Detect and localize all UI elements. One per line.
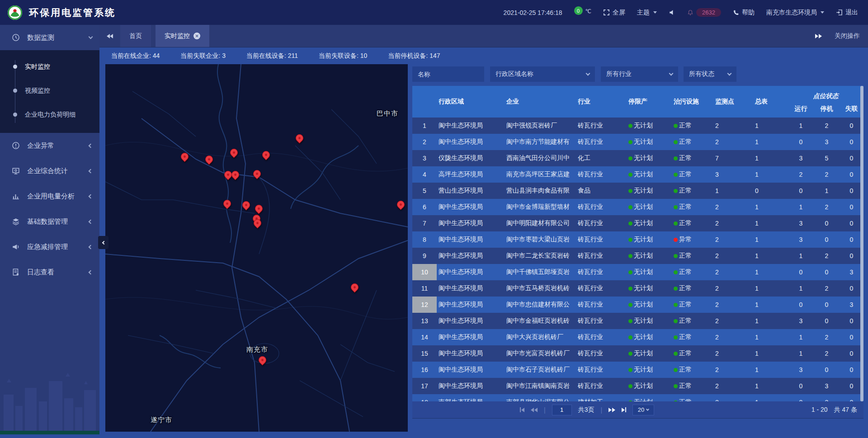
cell-company: 阆中市石子页岩机砖厂 xyxy=(505,366,576,374)
table-row[interactable]: 11阆中生态环境局阆中市五马桥页岩机砖砖瓦行业无计划正常21120 xyxy=(412,280,863,297)
cell-region: 阆中生态环境局 xyxy=(437,203,505,211)
table-row[interactable]: 13阆中生态环境局阆中市金福旺页岩机砖砖瓦行业无计划正常21300 xyxy=(412,313,863,329)
table-row[interactable]: 14阆中生态环境局阆中大兴页岩机砖厂砖瓦行业无计划正常21120 xyxy=(412,329,863,345)
temperature-badge: 0 ℃ xyxy=(574,10,591,15)
name-search-input[interactable] xyxy=(412,71,484,78)
tabbar-right-controls: 关闭操作 xyxy=(815,25,868,47)
stat-item: 当前在线企业: 44 xyxy=(111,52,160,60)
cell-monitor: 2 xyxy=(713,236,753,243)
cell-monitor: 3 xyxy=(713,171,753,178)
last-page-button[interactable] xyxy=(622,407,626,412)
notification-badge[interactable]: 2632 xyxy=(687,8,721,17)
status-dot-icon xyxy=(674,368,678,372)
tab-realtime-monitor[interactable]: 实时监控 × xyxy=(156,25,209,47)
cell-company: 西南油气田分公司川中 xyxy=(505,154,576,162)
page-size-select[interactable]: 20 xyxy=(632,405,654,415)
cell-stop: 无计划 xyxy=(627,349,672,358)
facility-status-label: 正常 xyxy=(679,366,692,373)
sidebar-item-0[interactable]: 数据监测 xyxy=(0,25,99,50)
table-row[interactable]: 6阆中生态环境局阆中市金博瑞新型墙材砖瓦行业无计划正常21120 xyxy=(412,199,863,215)
first-page-button[interactable] xyxy=(520,407,524,412)
chevron-left-icon xyxy=(89,143,93,148)
cell-index: 3 xyxy=(412,155,437,162)
table-row[interactable]: 1阆中生态环境局阆中强锐页岩砖厂砖瓦行业无计划正常21120 xyxy=(412,118,863,134)
sidebar-item-label: 企业综合统计 xyxy=(27,167,89,175)
sidebar-item-4[interactable]: 基础数据管理 xyxy=(0,209,99,234)
table-row[interactable]: 10阆中生态环境局阆中千佛镇五郎垭页岩砖瓦行业无计划正常21003 xyxy=(412,264,863,280)
pager-controls: | 共3页 | 20 xyxy=(520,405,654,415)
status-select[interactable]: 所有状态 xyxy=(684,66,736,82)
chevron-left-icon xyxy=(89,270,93,274)
facility-status-label: 正常 xyxy=(679,284,692,292)
cell-stop: 无计划 xyxy=(627,219,672,227)
page-number-input[interactable] xyxy=(552,405,572,415)
org-menu-button[interactable]: 南充市生态环境局 xyxy=(766,9,824,17)
cell-industry: 砖瓦行业 xyxy=(576,170,627,179)
mute-speaker-button[interactable] xyxy=(669,9,675,16)
theme-menu-button[interactable]: 主题 xyxy=(637,9,657,17)
close-operations-button[interactable]: 关闭操作 xyxy=(835,32,860,40)
region-select[interactable]: 行政区域名称 xyxy=(490,66,595,82)
table-row[interactable]: 4高坪生态环境局南充市高坪区王家店建砖瓦行业无计划正常31220 xyxy=(412,166,863,183)
industry-select[interactable]: 所有行业 xyxy=(601,66,678,82)
cell-company: 阆中市南方节能建材有 xyxy=(505,138,576,146)
status-dot-icon xyxy=(674,335,678,339)
cell-facility: 正常 xyxy=(672,122,713,130)
sidebar-item-3[interactable]: 企业用电量分析 xyxy=(0,184,99,209)
cell-facility: 异常 xyxy=(672,235,713,244)
cell-company: 南部县砌华山泥有限公 xyxy=(505,398,576,401)
table-row[interactable]: 7阆中生态环境局阆中明阳建材有限公司砖瓦行业无计划正常21300 xyxy=(412,215,863,231)
table-row[interactable]: 18南部生态环境局南部县砌华山泥有限公建材加工无计划正常21030 xyxy=(412,394,863,401)
cell-region: 阆中生态环境局 xyxy=(437,235,505,244)
cell-industry: 砖瓦行业 xyxy=(576,235,627,244)
next-page-button[interactable] xyxy=(609,408,615,412)
stat-label: 当前在线设备: xyxy=(246,52,288,59)
stop-status-label: 无计划 xyxy=(634,382,653,389)
cell-region: 阆中生态环境局 xyxy=(437,122,505,130)
sidebar-subitem-power-load[interactable]: 企业电力负荷明细 xyxy=(0,103,99,127)
tabs-scroll-left-button[interactable] xyxy=(99,25,120,47)
facility-status-label: 正常 xyxy=(679,219,692,226)
sidebar-item-1[interactable]: 企业异常 xyxy=(0,133,99,158)
help-button[interactable]: 帮助 xyxy=(733,9,755,17)
cell-company: 阆中市江南镇阆南页岩 xyxy=(505,382,576,390)
table-row[interactable]: 8阆中生态环境局阆中市枣碧大梁山页岩砖瓦行业无计划异常21300 xyxy=(412,231,863,248)
fullscreen-button[interactable]: 全屏 xyxy=(603,9,625,17)
cell-meter: 1 xyxy=(753,138,788,146)
tab-home[interactable]: 首页 xyxy=(120,25,151,47)
fullscreen-icon xyxy=(603,9,610,16)
logout-button[interactable]: 退出 xyxy=(836,9,858,17)
table-row[interactable]: 15阆中生态环境局阆中市光富页岩机砖厂砖瓦行业无计划正常21120 xyxy=(412,345,863,362)
stop-status-label: 无计划 xyxy=(634,284,653,292)
stat-label: 当前失联企业: xyxy=(180,52,222,59)
tabs-scroll-right-button[interactable] xyxy=(815,34,822,38)
chevron-left-icon xyxy=(89,219,93,224)
sidebar-collapse-button[interactable] xyxy=(98,236,108,249)
prev-page-button[interactable] xyxy=(531,408,538,412)
sidebar-item-6[interactable]: 日志查看 xyxy=(0,259,99,285)
cell-monitor: 7 xyxy=(713,155,753,162)
sidebar-subitem-video[interactable]: 视频监控 xyxy=(0,79,99,103)
table-row[interactable]: 5营山生态环境局营山县润丰肉食品有限食品无计划正常10010 xyxy=(412,183,863,199)
table-scrollbar[interactable] xyxy=(860,86,863,401)
sidebar-item-5[interactable]: 应急减排管理 xyxy=(0,234,99,259)
cell-halt: 2 xyxy=(814,350,840,357)
chevron-down-icon xyxy=(586,71,590,75)
sidebar-subitem-realtime[interactable]: 实时监控 xyxy=(0,55,99,79)
status-dot-icon xyxy=(628,221,632,226)
sidebar-item-2[interactable]: 企业综合统计 xyxy=(0,158,99,184)
close-tab-icon[interactable]: × xyxy=(193,33,200,39)
table-row[interactable]: 3仪陇生态环境局西南油气田分公司川中化工无计划正常71350 xyxy=(412,150,863,166)
map-canvas[interactable]: 巴中市南充市遂宁市 xyxy=(105,64,408,432)
cell-halt: 0 xyxy=(814,301,840,308)
bullet-dot-icon xyxy=(13,89,17,93)
table-row[interactable]: 17阆中生态环境局阆中市江南镇阆南页岩砖瓦行业无计划正常21030 xyxy=(412,378,863,394)
cell-monitor: 2 xyxy=(713,252,753,259)
cell-company: 阆中大兴页岩机砖厂 xyxy=(505,333,576,341)
status-dot-icon xyxy=(628,335,632,339)
table-row[interactable]: 16阆中生态环境局阆中市石子页岩机砖厂砖瓦行业无计划正常21300 xyxy=(412,362,863,378)
table-row[interactable]: 2阆中生态环境局阆中市南方节能建材有砖瓦行业无计划正常21030 xyxy=(412,134,863,150)
table-row[interactable]: 12阆中生态环境局阆中市忠信建材有限公砖瓦行业无计划正常21003 xyxy=(412,297,863,313)
table-body: 1阆中生态环境局阆中强锐页岩砖厂砖瓦行业无计划正常211202阆中生态环境局阆中… xyxy=(412,118,863,401)
table-row[interactable]: 9阆中生态环境局阆中市二龙长宝页岩砖砖瓦行业无计划正常21120 xyxy=(412,248,863,264)
